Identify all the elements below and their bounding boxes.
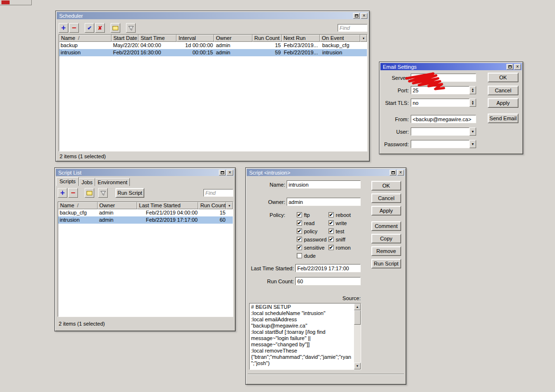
source-editor[interactable]: # BEGIN SETUP :local scheduleName "intru… [249,303,361,370]
policy-checkbox-password[interactable]: ✔password [297,236,327,242]
scrollbar-thumb[interactable] [354,310,361,325]
find-input[interactable] [203,189,233,197]
policy-checkbox-test[interactable]: ✔test [328,228,344,234]
arrow-down-icon: ▼ [471,103,474,105]
table-cell: Feb/21/2019 04:00:00 [138,209,199,216]
table-row[interactable]: backup May/22/2013 04:00:00 1d 00:00:00 … [59,42,367,49]
comment-icon [113,26,118,30]
table-row-selected[interactable]: intrusion Feb/22/2019 16:30:00 00:00:15 … [59,49,367,56]
column-header-run-count[interactable]: Run Count [252,35,282,42]
column-header-next-run[interactable]: Next Run [282,35,320,42]
server-input[interactable] [411,74,476,82]
restore-button[interactable] [219,170,226,176]
enable-button[interactable]: ✔ [85,23,94,33]
filter-button[interactable] [98,188,108,198]
restore-button[interactable] [506,64,513,70]
scheduler-titlebar[interactable]: Scheduler × [57,12,368,19]
last-time-started-input[interactable] [295,264,361,272]
port-spinner[interactable]: ▲ ▼ [469,86,476,94]
comment-button[interactable] [111,23,120,33]
remove-button[interactable]: − [69,23,79,33]
window-title: Script <intrusion> [249,170,290,176]
scroll-down-button[interactable]: ▼ [354,363,361,369]
user-input[interactable] [411,127,469,136]
tab-scripts[interactable]: Scripts [56,177,79,186]
script-list-titlebar[interactable]: Script List × [56,169,234,176]
policy-checkbox-reboot[interactable]: ✔reboot [328,212,351,218]
source-code[interactable]: # BEGIN SETUP :local scheduleName "intru… [250,303,354,369]
run-script-button[interactable]: Run Script [115,188,144,198]
checkbox-label: dude [304,253,315,259]
restore-button[interactable] [390,170,396,176]
password-input[interactable] [411,140,469,148]
policy-checkbox-dude[interactable]: dude [297,253,315,259]
table-row[interactable]: backup_cfg admin Feb/21/2019 04:00:00 15 [58,209,233,216]
add-button[interactable]: + [59,23,68,33]
port-input[interactable] [411,86,469,94]
scroll-up-button[interactable]: ▲ [354,303,361,310]
column-header-start-date[interactable]: Start Date [112,35,139,42]
remove-button[interactable]: − [68,188,78,198]
copy-button[interactable]: Copy [371,234,401,243]
column-header-on-event[interactable]: On Event [320,35,360,42]
from-input[interactable] [411,115,476,123]
comment-button[interactable]: Comment [371,221,401,231]
password-dropdown-button[interactable]: ▼ [469,140,476,148]
close-button[interactable]: × [227,170,233,176]
policy-checkbox-ftp[interactable]: ✔ftp [297,212,310,218]
table-cell: 15 [253,42,282,49]
ok-button[interactable]: OK [371,181,401,190]
comment-button[interactable] [85,188,94,198]
policy-checkbox-romon[interactable]: ✔romon [328,244,351,251]
column-header-start-time[interactable]: Start Time [139,35,177,42]
cancel-button[interactable]: Cancel [488,86,518,95]
start-tls-spinner[interactable]: ▲ ▼ [469,99,476,107]
policy-checkbox-policy[interactable]: ✔policy [297,228,317,234]
policy-checkbox-read[interactable]: ✔read [297,220,315,226]
table-cell: backup [59,42,112,49]
filter-button[interactable] [126,23,136,33]
column-header-owner[interactable]: Owner [98,202,138,209]
column-header-interval[interactable]: Interval [177,35,214,42]
restore-button[interactable] [353,13,360,19]
column-header-name[interactable]: Name/ [58,202,98,209]
send-email-button[interactable]: Send Email [488,114,518,123]
ok-button[interactable]: OK [488,73,518,82]
apply-button[interactable]: Apply [488,98,518,108]
policy-checkbox-sensitive[interactable]: ✔sensitive [297,244,325,251]
column-header-owner[interactable]: Owner [214,35,252,42]
column-select-button[interactable]: ▼ [226,202,233,209]
remove-button[interactable]: Remove [371,246,401,256]
column-header-run-count[interactable]: Run Count [198,202,226,209]
background-window-fragment [0,0,32,5]
add-button[interactable]: + [58,188,67,198]
name-input[interactable] [287,180,361,189]
run-script-button[interactable]: Run Script [371,259,401,268]
column-select-button[interactable]: ▼ [360,35,367,42]
close-button[interactable]: × [361,13,367,19]
column-header-name[interactable]: Name/ [59,35,112,42]
email-settings-titlebar[interactable]: Email Settings × [380,63,522,70]
script-dialog-window: Script <intrusion> × Name: Owner: Policy… [245,167,406,385]
scrollbar[interactable]: ▲ ▼ [354,303,361,369]
owner-input[interactable] [287,198,361,206]
run-count-input[interactable] [295,277,361,285]
column-header-last-time-started[interactable]: Last Time Started [137,202,198,209]
tab-environment[interactable]: Environment [95,178,130,186]
from-label: From: [380,116,409,122]
plus-icon: + [61,24,65,32]
policy-checkbox-write[interactable]: ✔write [328,220,347,226]
script-dialog-titlebar[interactable]: Script <intrusion> × [247,169,405,176]
policy-checkbox-sniff[interactable]: ✔sniff [328,236,345,242]
find-input[interactable] [338,24,367,32]
user-dropdown-button[interactable]: ▼ [469,127,476,136]
close-button[interactable]: × [514,64,521,70]
tab-jobs[interactable]: Jobs [79,178,95,186]
apply-button[interactable]: Apply [371,206,401,215]
close-button[interactable]: × [397,170,404,176]
table-row-selected[interactable]: intrusion admin Feb/22/2019 17:17:00 60 [58,216,233,224]
start-tls-input[interactable] [411,99,469,107]
cancel-button[interactable]: Cancel [371,193,401,203]
disable-button[interactable]: ✘ [95,23,105,33]
checkbox-icon: ✔ [328,245,334,250]
